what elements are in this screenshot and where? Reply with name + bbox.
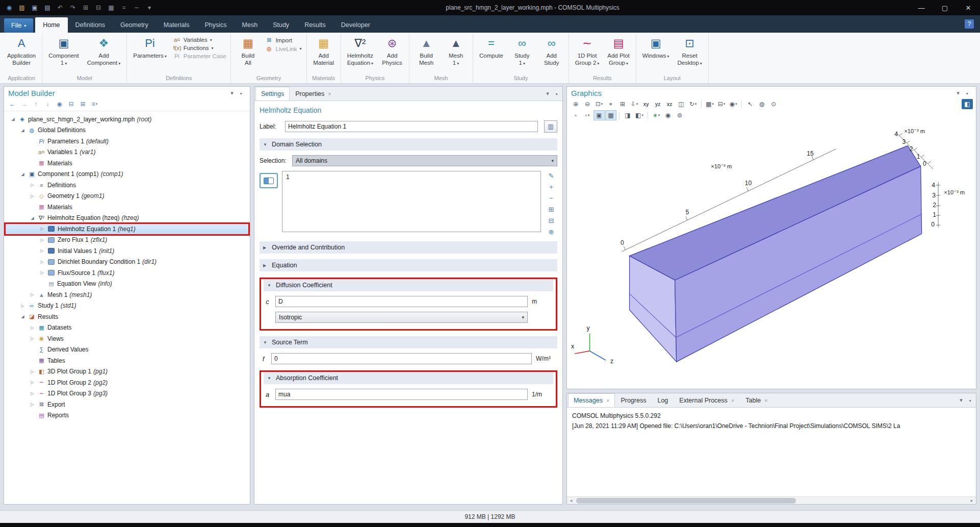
section-absorption-coefficient[interactable]: ▼ Absorption Coefficient [264,372,553,384]
tree-expand-icon[interactable]: ▷ [28,402,37,407]
panel-menu-icon[interactable]: ▾ [953,90,963,96]
tree-expand-icon[interactable]: ▷ [28,325,37,330]
forward-icon[interactable]: → [19,99,30,109]
zoom-box-icon[interactable]: ⊡▾ [594,99,605,109]
copy-icon[interactable]: ⊞ [80,2,92,13]
study-1-button[interactable]: ∞Study1▾ [508,34,536,67]
panel-pin-icon[interactable]: ▪ [966,397,975,404]
show-grid-icon[interactable]: ▦ [605,110,616,120]
active-selection-toggle[interactable] [260,173,278,188]
ribbon-tab-physics[interactable]: Physics [197,17,235,33]
tree-item[interactable]: ▦Tables [5,355,249,366]
minimize-icon[interactable]: — [910,0,933,15]
tree-item[interactable]: ◢◪Results [5,311,249,322]
tree-item[interactable]: ▷Dirichlet Boundary Condition 1(dir1) [5,257,249,268]
reset-desktop-button[interactable]: ⊡ResetDesktop▾ [674,34,705,67]
tree-item[interactable]: ◢∇²Helmholtz Equation (hzeq)(hzeq) [5,213,249,224]
back-icon[interactable]: ← [7,99,18,109]
domain-list-item[interactable]: 1 [286,173,537,181]
tab-log[interactable]: Log [652,393,674,407]
add-physics-button[interactable]: ⊛AddPhysics [378,34,406,67]
tree-expand-icon[interactable]: ◢ [28,216,37,220]
tree-item[interactable]: ▦Materials [5,158,249,169]
snapshot-icon[interactable]: ◉▾ [728,99,739,109]
tree-expand-icon[interactable]: ▷ [38,248,46,253]
zoom-out-icon[interactable]: ⊖ [582,99,593,109]
source-input[interactable] [271,353,532,364]
tree-expand-icon[interactable]: ▷ [38,238,46,242]
section-domain-selection[interactable]: ▼ Domain Selection [260,138,557,150]
tree-item[interactable]: ▷∼1D Plot Group 2(pg2) [5,377,249,388]
functions-button[interactable]: f(x)Functions▾ [173,45,226,51]
plot-group-button[interactable]: ∼1D PlotGroup 2▾ [572,34,603,67]
help-icon[interactable]: ? [965,19,974,29]
build-mesh-button[interactable]: ▲BuildMesh [412,34,441,67]
tree-item[interactable]: ◢▣Component 1 (comp1)(comp1) [5,169,249,180]
paste-icon[interactable]: ⊟ [92,2,105,13]
tree-expand-icon[interactable]: ◢ [18,314,27,319]
tree-item[interactable]: ▷Zero Flux 1(zflx1) [5,235,249,246]
graphics-canvas[interactable]: 4×10⁻³ m321015×10⁻³ m105043210×10⁻³ mxyz [568,121,975,388]
go-to-view-icon[interactable]: ⇩▾ [629,99,640,109]
scrollbar-thumb[interactable] [576,498,796,504]
tab-external-process[interactable]: External Process× [674,393,740,407]
tree-item[interactable]: ▷∞Study 1(std1) [5,300,249,312]
plot-window-icon[interactable]: ◧ [962,99,973,109]
camera-icon[interactable]: ◉ [662,110,674,120]
tree-item[interactable]: ▤Reports [5,410,249,421]
selection-dropdown[interactable]: All domains ▾ [292,155,557,166]
tab-messages[interactable]: Messages× [568,393,615,407]
ribbon-tab-definitions[interactable]: Definitions [68,17,113,33]
move-up-icon[interactable]: ↑ [31,99,41,109]
maximize-icon[interactable]: ▢ [933,0,957,15]
add-study-button[interactable]: ∞AddStudy [537,34,566,67]
undo-icon[interactable]: ↶ [54,2,66,13]
tree-item[interactable]: ▷◧3D Plot Group 1(pg1) [5,366,249,378]
ribbon-tab-developer[interactable]: Developer [333,17,378,33]
scene-light-icon[interactable]: ⊙ [768,99,779,109]
show-icon[interactable]: ◉ [54,99,65,109]
parameters-button[interactable]: PiParameters▾ [130,34,170,61]
scroll-right-icon[interactable]: ▸ [968,498,976,503]
show-material-color-icon[interactable]: ▣ [594,110,605,120]
panel-menu-icon[interactable]: ▾ [227,90,237,96]
section-source-term[interactable]: ▼ Source Term [260,336,557,348]
tree-expand-icon[interactable]: ▷ [28,380,37,385]
comsol-logo[interactable]: ◉ [3,2,15,13]
tree-expand-icon[interactable]: ▷ [28,292,37,297]
select-adjacent-icon[interactable]: ▫▾ [582,110,593,120]
panel-pin-icon[interactable]: ▪ [237,90,246,96]
save-icon[interactable]: ▣ [29,2,41,13]
ribbon-tab-geometry[interactable]: Geometry [113,17,156,33]
tree-expand-icon[interactable]: ▷ [28,391,37,396]
label-input[interactable] [285,121,538,132]
parameter-case-button[interactable]: PiParameter Case [173,53,226,59]
move-down-icon[interactable]: ↓ [42,99,53,109]
tree-item[interactable]: ▤Equation View(info) [5,279,249,290]
tree-expand-icon[interactable]: ◢ [18,128,27,133]
tree-expand-icon[interactable]: ▷ [28,183,37,187]
ribbon-tab-materials[interactable]: Materials [156,17,197,33]
transparency-icon[interactable]: ◍ [756,99,767,109]
tree-item[interactable]: ▷Helmholtz Equation 1(heq1) [5,223,249,235]
scrollbar-track[interactable] [575,498,968,504]
close-icon[interactable]: × [731,397,734,404]
tree-expand-icon[interactable]: ▷ [18,304,27,308]
compute-button[interactable]: =Compute [476,34,507,61]
section-override-contribution[interactable]: ▶ Override and Contribution [260,241,557,254]
tree-item[interactable]: PiParameters 1(default) [5,136,249,147]
tree-item[interactable]: ◢◈plane_src_hmgn_2_layer_working.mph(roo… [5,114,249,125]
zoom-extents-icon[interactable]: ⌖ [605,99,616,109]
tab-properties[interactable]: Properties × [290,87,337,101]
view-xy-icon[interactable]: xy [640,99,652,109]
close-icon[interactable]: × [328,91,331,97]
print-icon[interactable]: ⊟▾ [716,99,727,109]
domain-listbox[interactable]: 1 [282,171,541,232]
zoom-in-icon[interactable]: ⊕ [570,99,581,109]
update-plot-icon[interactable]: ∗▾ [651,110,662,120]
tree-item[interactable]: ▷Initial Values 1(init1) [5,245,249,257]
open-icon[interactable]: ▨ [16,2,28,13]
tree-expand-icon[interactable]: ▷ [28,369,37,374]
tree-expand-icon[interactable]: ▷ [38,270,46,275]
fit-window-icon[interactable]: ⊞ [617,99,628,109]
